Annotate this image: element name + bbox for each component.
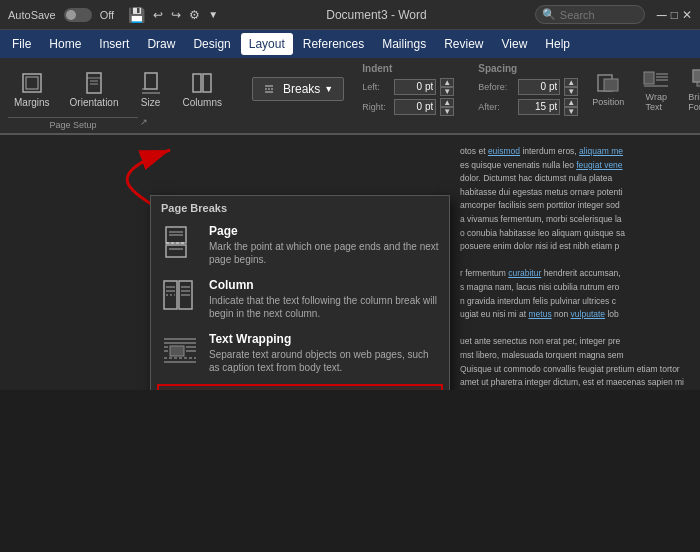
menu-mailings[interactable]: Mailings bbox=[374, 33, 434, 55]
size-button[interactable]: Size bbox=[133, 67, 169, 112]
position-label: Position bbox=[592, 97, 624, 107]
doc-line-6: a vivamus fermentum, morbi scelerisque l… bbox=[460, 213, 700, 227]
spacing-after-input[interactable] bbox=[518, 99, 560, 115]
break-page-desc: Mark the point at which one page ends an… bbox=[209, 240, 439, 266]
menu-help[interactable]: Help bbox=[537, 33, 578, 55]
columns-button[interactable]: Columns bbox=[177, 67, 228, 112]
doc-link-4[interactable]: curabitur bbox=[508, 268, 541, 278]
menu-layout[interactable]: Layout bbox=[241, 33, 293, 55]
redo-icon[interactable]: ↪ bbox=[171, 8, 181, 22]
save-icon[interactable]: 💾 bbox=[128, 7, 145, 23]
position-button[interactable]: Position bbox=[586, 67, 630, 111]
columns-icon bbox=[190, 71, 214, 95]
autosave-label: AutoSave bbox=[8, 9, 56, 21]
spacing-before-up[interactable]: ▲ bbox=[564, 78, 578, 87]
break-page-text: Page Mark the point at which one page en… bbox=[209, 224, 439, 266]
spacing-before-down[interactable]: ▼ bbox=[564, 87, 578, 96]
dropdown-icon[interactable]: ▼ bbox=[208, 9, 218, 20]
search-placeholder[interactable]: Search bbox=[560, 9, 595, 21]
svg-rect-2 bbox=[87, 73, 101, 93]
break-page-item[interactable]: Page Mark the point at which one page en… bbox=[151, 218, 449, 272]
break-textwrap-text: Text Wrapping Separate text around objec… bbox=[209, 332, 439, 374]
undo-icon[interactable]: ↩ bbox=[153, 8, 163, 22]
menu-draw[interactable]: Draw bbox=[139, 33, 183, 55]
svg-rect-15 bbox=[604, 79, 618, 91]
menu-view[interactable]: View bbox=[494, 33, 536, 55]
doc-link-3[interactable]: feugiat vene bbox=[576, 160, 622, 170]
break-textwrap-item[interactable]: Text Wrapping Separate text around objec… bbox=[151, 326, 449, 380]
doc-line-14 bbox=[460, 322, 700, 336]
indent-left-label: Left: bbox=[362, 82, 390, 92]
indent-left-down[interactable]: ▼ bbox=[440, 87, 454, 96]
maximize-button[interactable]: □ bbox=[671, 8, 678, 22]
breaks-chevron-icon: ▼ bbox=[324, 84, 333, 94]
indent-header: Indent bbox=[362, 63, 454, 76]
indent-right-up[interactable]: ▲ bbox=[440, 98, 454, 107]
menu-bar: File Home Insert Draw Design Layout Refe… bbox=[0, 30, 700, 58]
spacing-after-row: After: ▲ ▼ bbox=[478, 98, 578, 116]
doc-title: Document3 - Word bbox=[326, 8, 426, 22]
break-page-title: Page bbox=[209, 224, 439, 238]
page-breaks-header: Page Breaks bbox=[151, 196, 449, 218]
menu-file[interactable]: File bbox=[4, 33, 39, 55]
page-setup-expand[interactable]: ↗ bbox=[140, 117, 148, 130]
break-column-item[interactable]: Column Indicate that the text following … bbox=[151, 272, 449, 326]
indent-left-up[interactable]: ▲ bbox=[440, 78, 454, 87]
bring-forward-button[interactable]: BringForward bbox=[682, 62, 700, 116]
break-column-text: Column Indicate that the text following … bbox=[209, 278, 439, 320]
spacing-after-spinners: ▲ ▼ bbox=[564, 98, 578, 116]
menu-references[interactable]: References bbox=[295, 33, 372, 55]
columns-label: Columns bbox=[183, 97, 222, 108]
orientation-button[interactable]: Orientation bbox=[64, 67, 125, 112]
indent-right-row: Right: ▲ ▼ bbox=[362, 98, 454, 116]
wrap-text-button[interactable]: WrapText bbox=[636, 62, 676, 116]
break-textwrap-icon-container bbox=[161, 332, 199, 370]
menu-home[interactable]: Home bbox=[41, 33, 89, 55]
main-area: Page Breaks Page Mark the point at which… bbox=[0, 135, 700, 390]
wrap-icon bbox=[642, 66, 670, 90]
breaks-button[interactable]: Breaks ▼ bbox=[252, 77, 344, 101]
spacing-block: Spacing Before: ▲ ▼ After: ▲ ▼ bbox=[478, 63, 578, 116]
doc-line-9 bbox=[460, 254, 700, 268]
menu-insert[interactable]: Insert bbox=[91, 33, 137, 55]
indent-right-down[interactable]: ▼ bbox=[440, 107, 454, 116]
spacing-after-down[interactable]: ▼ bbox=[564, 107, 578, 116]
ribbon: Margins Orientation Size Colu bbox=[0, 58, 700, 135]
break-column-icon-container bbox=[161, 278, 199, 316]
minimize-button[interactable]: ─ bbox=[657, 7, 667, 23]
size-label: Size bbox=[141, 97, 160, 108]
breaks-group: Breaks ▼ bbox=[252, 77, 344, 101]
svg-rect-16 bbox=[644, 72, 654, 84]
search-icon: 🔍 bbox=[542, 8, 556, 21]
doc-line-15: uet ante senectus non erat per, integer … bbox=[460, 335, 700, 349]
title-bar-left: AutoSave Off 💾 ↩ ↪ ⚙ ▼ bbox=[8, 7, 218, 23]
doc-link-1[interactable]: euismod bbox=[488, 146, 520, 156]
spacing-header: Spacing bbox=[478, 63, 578, 76]
doc-line-13: ugiat eu nisi mi at metus non vulputate … bbox=[460, 308, 700, 322]
menu-design[interactable]: Design bbox=[185, 33, 238, 55]
menu-review[interactable]: Review bbox=[436, 33, 491, 55]
spacing-before-input[interactable] bbox=[518, 79, 560, 95]
indent-left-spinners: ▲ ▼ bbox=[440, 78, 454, 96]
doc-line-4: habitasse dui egestas metus ornare poten… bbox=[460, 186, 700, 200]
size-icon bbox=[139, 71, 163, 95]
indent-left-input[interactable] bbox=[394, 79, 436, 95]
break-textwrap-icon bbox=[162, 333, 198, 369]
break-textwrap-desc: Separate text around objects on web page… bbox=[209, 348, 439, 374]
svg-rect-39 bbox=[170, 346, 184, 356]
autosave-toggle[interactable] bbox=[64, 8, 92, 22]
indent-right-label: Right: bbox=[362, 102, 390, 112]
margins-label: Margins bbox=[14, 97, 50, 108]
doc-link-6[interactable]: vulputate bbox=[571, 309, 606, 319]
break-column-desc: Indicate that the text following the col… bbox=[209, 294, 439, 320]
spacing-after-up[interactable]: ▲ bbox=[564, 98, 578, 107]
customize-icon[interactable]: ⚙ bbox=[189, 8, 200, 22]
doc-link-5[interactable]: metus bbox=[529, 309, 552, 319]
close-button[interactable]: ✕ bbox=[682, 8, 692, 22]
margins-button[interactable]: Margins bbox=[8, 67, 56, 112]
doc-line-16: mst libero, malesuada torquent magna sem bbox=[460, 349, 700, 363]
indent-right-input[interactable] bbox=[394, 99, 436, 115]
spacing-before-spinners: ▲ ▼ bbox=[564, 78, 578, 96]
break-column-icon bbox=[162, 279, 198, 315]
doc-link-2[interactable]: aliquam me bbox=[579, 146, 623, 156]
